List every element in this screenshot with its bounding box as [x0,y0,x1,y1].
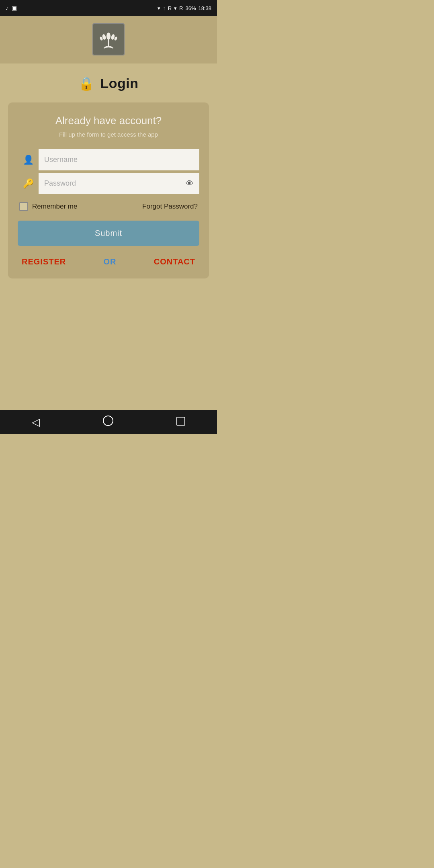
password-wrapper: 👁 [39,173,199,194]
lock-icon: 🔒 [78,76,94,91]
user-icon: 👤 [23,155,34,165]
user-icon-wrap: 👤 [18,155,39,165]
page-title: Login [100,76,138,91]
login-card: Already have account? Fill up the form t… [8,102,209,278]
username-row: 👤 [18,149,199,170]
logo-icon [96,27,121,51]
key-icon-wrap: 🔑 [18,178,39,189]
password-row: 🔑 👁 [18,173,199,194]
options-row: Remember me Forgot Password? [18,202,199,211]
home-icon [103,416,113,426]
page-title-row: 🔒 Login [78,76,138,91]
back-button[interactable]: ◁ [24,412,48,432]
remember-me-label: Remember me [32,203,77,211]
toggle-password-button[interactable]: 👁 [180,175,199,192]
music-icon: ♪ [6,5,8,11]
wifi-icon: ▾ [158,5,160,11]
back-icon: ◁ [32,416,40,428]
recents-icon [176,417,185,426]
submit-button[interactable]: Submit [18,221,199,246]
password-input[interactable] [39,173,180,194]
status-bar-left: ♪ ▣ [6,5,17,11]
network2-label: R [179,5,183,11]
signal2-icon: ▾ [174,5,177,11]
logo-box [92,23,125,55]
time-label: 18:38 [198,5,211,11]
battery-label: 36% [185,5,196,11]
forgot-password-link[interactable]: Forgot Password? [142,203,198,211]
recents-button[interactable] [168,412,193,432]
or-text: OR [103,257,116,266]
key-icon: 🔑 [23,178,34,189]
navigation-bar: ◁ [0,410,217,434]
remember-me-group: Remember me [19,202,77,211]
image-icon: ▣ [12,5,17,11]
username-input[interactable] [39,149,199,170]
contact-link[interactable]: CONTACT [154,257,195,266]
bottom-links-row: REGISTER OR CONTACT [18,257,199,266]
register-link[interactable]: REGISTER [22,257,66,266]
app-header [0,16,217,63]
card-title: Already have account? [55,115,162,127]
network-label: R [168,5,172,11]
main-content: 🔒 Login Already have account? Fill up th… [0,63,217,410]
remember-me-checkbox[interactable] [19,202,28,211]
status-bar: ♪ ▣ ▾ ↑ R ▾ R 36% 18:38 [0,0,217,16]
signal-icon: ↑ [163,5,166,11]
card-subtitle: Fill up the form to get access the app [59,131,158,138]
home-button[interactable] [95,411,121,433]
svg-point-1 [106,33,111,40]
status-bar-right: ▾ ↑ R ▾ R 36% 18:38 [158,5,211,11]
